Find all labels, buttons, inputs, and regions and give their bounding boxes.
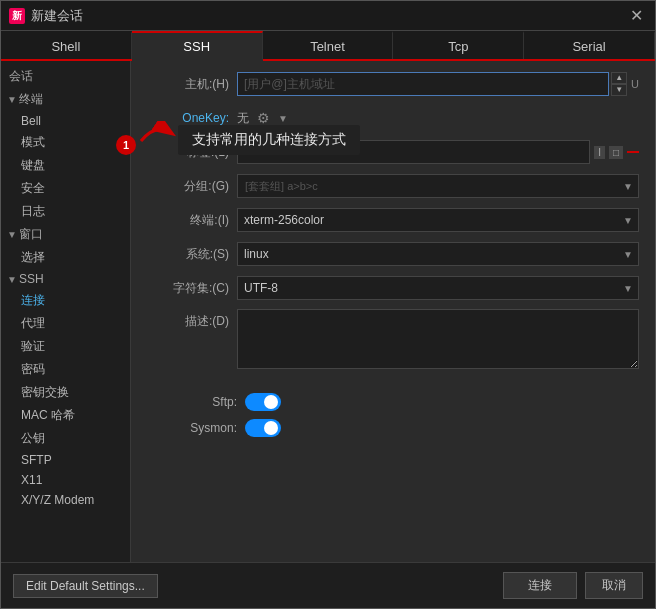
host-input[interactable]: [用户@]主机域址 <box>237 72 609 96</box>
sidebar-item-x11[interactable]: X11 <box>1 470 130 490</box>
window-title: 新建会话 <box>31 7 83 25</box>
app-icon: 新 <box>9 8 25 24</box>
tab-serial[interactable]: Serial <box>524 31 655 59</box>
group-label: 分组:(G) <box>147 178 237 195</box>
label-btn-color[interactable] <box>627 151 639 153</box>
onekey-label-cyan: OneKey: <box>182 111 229 125</box>
port-up-button[interactable]: ▲ <box>611 72 627 84</box>
chevron-down-icon: ▼ <box>7 274 17 285</box>
sysmon-toggle[interactable] <box>245 419 281 437</box>
sidebar-group-window[interactable]: ▼ 窗口 <box>1 223 130 246</box>
cancel-button[interactable]: 取消 <box>585 572 643 599</box>
port-label: U <box>631 78 639 90</box>
close-button[interactable]: ✕ <box>626 6 647 26</box>
sidebar-item-keyboard[interactable]: 键盘 <box>1 154 130 177</box>
desc-label: 描述:(D) <box>147 309 237 330</box>
terminal-select-wrapper: xterm-256color ▼ <box>237 208 639 232</box>
main-window: 新 新建会话 ✕ Shell SSH Telnet Tcp Serial 会话 <box>0 0 656 609</box>
tab-telnet[interactable]: Telnet <box>263 31 394 59</box>
sysmon-label: Sysmon: <box>167 421 237 435</box>
sidebar-item-session[interactable]: 会话 <box>1 65 130 88</box>
sysmon-toggle-knob <box>264 421 278 435</box>
onekey-dropdown-arrow[interactable]: ▼ <box>278 113 288 124</box>
sidebar: 会话 ▼ 终端 Bell 模式 键盘 安全 日志 ▼ 窗口 <box>1 61 131 562</box>
desc-row: 描述:(D) <box>147 309 639 369</box>
group-select-wrapper: [套套组] a>b>c ▼ <box>237 174 639 198</box>
sftp-toggle[interactable] <box>245 393 281 411</box>
spacer <box>147 377 639 393</box>
tab-tcp[interactable]: Tcp <box>393 31 524 59</box>
charset-row: 字符集:(C) UTF-8 ▼ <box>147 275 639 301</box>
host-label: 主机:(H) <box>147 76 237 93</box>
sidebar-item-mac[interactable]: MAC 哈希 <box>1 404 130 427</box>
sidebar-group-ssh[interactable]: ▼ SSH <box>1 269 130 289</box>
onekey-value: 无 <box>237 110 249 127</box>
charset-select-wrapper: UTF-8 ▼ <box>237 276 639 300</box>
charset-label: 字符集:(C) <box>147 280 237 297</box>
tab-shell[interactable]: Shell <box>1 31 132 59</box>
system-select-wrapper: linux ▼ <box>237 242 639 266</box>
sidebar-item-select[interactable]: 选择 <box>1 246 130 269</box>
label-btn-i[interactable]: I <box>594 146 605 159</box>
group-row: 分组:(G) [套套组] a>b>c ▼ <box>147 173 639 199</box>
sidebar-item-bell[interactable]: Bell <box>1 111 130 131</box>
tab-ssh[interactable]: SSH <box>132 31 263 61</box>
chevron-down-icon: ▼ <box>7 94 17 105</box>
port-down-button[interactable]: ▼ <box>611 84 627 96</box>
sidebar-item-password[interactable]: 密码 <box>1 358 130 381</box>
terminal-label: 终端:(I) <box>147 212 237 229</box>
sidebar-item-auth[interactable]: 验证 <box>1 335 130 358</box>
terminal-select[interactable]: xterm-256color <box>237 208 639 232</box>
title-bar: 新 新建会话 ✕ <box>1 1 655 31</box>
system-select[interactable]: linux <box>237 242 639 266</box>
sidebar-item-zmodem[interactable]: X/Y/Z Modem <box>1 490 130 510</box>
sidebar-item-pubkey[interactable]: 公钥 <box>1 427 130 450</box>
group-input[interactable] <box>237 174 639 198</box>
form-area: 主机:(H) [用户@]主机域址 ▲ ▼ U OneKey: <box>131 61 655 562</box>
gear-icon[interactable]: ⚙ <box>257 110 270 126</box>
sidebar-group-terminal[interactable]: ▼ 终端 <box>1 88 130 111</box>
system-label: 系统:(S) <box>147 246 237 263</box>
sidebar-item-kex[interactable]: 密钥交换 <box>1 381 130 404</box>
sidebar-item-sftp[interactable]: SFTP <box>1 450 130 470</box>
tag-label: 标签:(L) <box>147 144 237 161</box>
onekey-label: OneKey: <box>147 111 237 125</box>
bottom-right: 连接 取消 <box>503 572 643 599</box>
tab-bar: Shell SSH Telnet Tcp Serial <box>1 31 655 61</box>
sftp-toggle-knob <box>264 395 278 409</box>
sftp-label: Sftp: <box>167 395 237 409</box>
tag-row: 标签:(L) I □ <box>147 139 639 165</box>
onekey-row: OneKey: 无 ⚙ ▼ <box>147 105 639 131</box>
terminal-row: 终端:(I) xterm-256color ▼ <box>147 207 639 233</box>
chevron-down-icon: ▼ <box>7 229 17 240</box>
sidebar-item-proxy[interactable]: 代理 <box>1 312 130 335</box>
connect-button[interactable]: 连接 <box>503 572 577 599</box>
onekey-content: 无 ⚙ ▼ <box>237 110 288 127</box>
sidebar-item-security[interactable]: 安全 <box>1 177 130 200</box>
sftp-toggle-row: Sftp: <box>147 393 639 411</box>
right-panel: 主机:(H) [用户@]主机域址 ▲ ▼ U OneKey: <box>131 61 655 562</box>
desc-textarea[interactable] <box>237 309 639 369</box>
main-content: 会话 ▼ 终端 Bell 模式 键盘 安全 日志 ▼ 窗口 <box>1 61 655 562</box>
sidebar-item-log[interactable]: 日志 <box>1 200 130 223</box>
sidebar-item-mode[interactable]: 模式 <box>1 131 130 154</box>
system-row: 系统:(S) linux ▼ <box>147 241 639 267</box>
charset-select[interactable]: UTF-8 <box>237 276 639 300</box>
label-btn-square[interactable]: □ <box>609 146 623 159</box>
edit-default-button[interactable]: Edit Default Settings... <box>13 574 158 598</box>
tag-input[interactable] <box>237 140 590 164</box>
bottom-left: Edit Default Settings... <box>13 574 158 598</box>
bottom-bar: Edit Default Settings... 连接 取消 <box>1 562 655 608</box>
sysmon-toggle-row: Sysmon: <box>147 419 639 437</box>
sidebar-item-connect[interactable]: 连接 <box>1 289 130 312</box>
title-bar-left: 新 新建会话 <box>9 7 83 25</box>
host-row: 主机:(H) [用户@]主机域址 ▲ ▼ U <box>147 71 639 97</box>
label-extras: I □ <box>594 146 639 159</box>
